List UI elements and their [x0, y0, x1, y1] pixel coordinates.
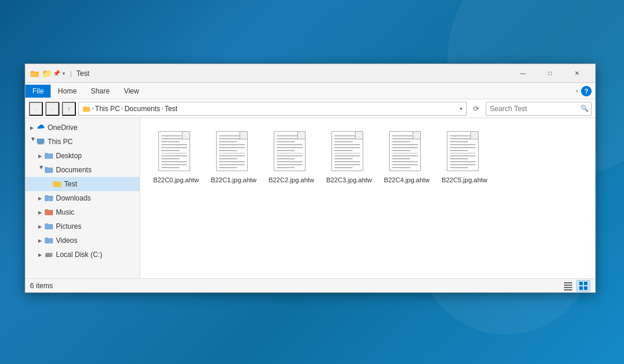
breadcrumb: › This PC › Documents › Test	[82, 105, 457, 113]
svg-rect-18	[45, 209, 48, 211]
file-name-file5: B22C5.jpg.ahtw	[442, 176, 487, 184]
file-icon-file5	[447, 131, 482, 173]
address-dropdown-icon[interactable]: ▾	[460, 106, 463, 112]
svg-point-25	[51, 256, 52, 257]
sidebar-item-desktop[interactable]: ▶ Desktop	[25, 149, 140, 163]
svg-rect-33	[584, 286, 588, 290]
sidebar-item-documents[interactable]: ▶ Documents	[25, 163, 140, 177]
menu-file[interactable]: File	[25, 85, 51, 98]
sidebar: ▶ OneDrive ▶ This PC	[25, 118, 140, 278]
sidebar-label-onedrive: OneDrive	[48, 123, 78, 132]
sidebar-label-local-disk: Local Disk (C:)	[56, 251, 102, 259]
file-icon-file3	[331, 131, 367, 173]
file-icon-file2	[274, 131, 309, 173]
title-separator: |	[70, 70, 72, 77]
back-button[interactable]: ‹	[29, 102, 43, 116]
documents-folder-icon	[44, 165, 54, 175]
file-icon-file0	[158, 131, 194, 173]
qa-folder-icon: 📁	[42, 69, 52, 78]
file-name-file3: B22C3.jpg.ahtw	[326, 176, 372, 184]
window-icon	[30, 69, 39, 78]
breadcrumb-sep-3: ›	[161, 105, 163, 112]
svg-rect-3	[83, 107, 90, 112]
expand-arrow-documents: ▶	[36, 166, 44, 174]
svg-rect-32	[579, 286, 583, 290]
expand-arrow-pictures: ▶	[36, 222, 44, 231]
file-item-file2[interactable]: B22C2.jpg.ahtw	[265, 128, 318, 188]
expand-arrow-desktop: ▶	[36, 152, 44, 160]
file-item-file0[interactable]: B22C0.jpg.ahtw	[150, 128, 203, 188]
file-name-file0: B22C0.jpg.ahtw	[153, 176, 199, 184]
search-input[interactable]	[490, 105, 578, 113]
onedrive-icon	[36, 123, 45, 132]
close-button[interactable]: ✕	[563, 64, 590, 83]
svg-rect-20	[45, 223, 48, 225]
svg-rect-9	[45, 153, 48, 155]
minimize-button[interactable]: —	[509, 64, 536, 83]
sidebar-label-music: Music	[56, 208, 74, 216]
svg-rect-31	[584, 282, 588, 285]
view-buttons	[561, 280, 590, 292]
forward-button[interactable]: ›	[45, 102, 59, 116]
menu-view[interactable]: View	[117, 85, 146, 98]
menu-home[interactable]: Home	[51, 85, 84, 98]
svg-text:↓: ↓	[48, 197, 50, 201]
expand-arrow-music: ▶	[36, 208, 44, 216]
address-bar[interactable]: › This PC › Documents › Test ▾	[78, 102, 467, 116]
svg-rect-30	[579, 282, 583, 285]
svg-rect-7	[38, 144, 44, 145]
sidebar-label-downloads: Downloads	[56, 194, 91, 202]
file-item-file1[interactable]: B22C1.jpg.ahtw	[207, 128, 260, 188]
music-folder-icon	[44, 208, 54, 217]
svg-rect-13	[53, 181, 57, 183]
svg-rect-5	[37, 139, 44, 143]
up-button[interactable]: ↑	[62, 102, 76, 116]
expand-arrow-local-disk: ▶	[36, 251, 44, 259]
sidebar-item-videos[interactable]: ▶ Videos	[25, 233, 140, 248]
breadcrumb-documents[interactable]: Documents	[124, 105, 160, 113]
sidebar-label-desktop: Desktop	[56, 152, 82, 160]
title-bar: 📁 📌 ▾ | Test — □ ✕	[25, 64, 595, 83]
sidebar-item-this-pc[interactable]: ▶ This PC	[25, 135, 140, 149]
menu-expand-icon: ▾	[576, 88, 579, 94]
sidebar-label-test: Test	[64, 180, 77, 188]
large-icons-view-button[interactable]	[576, 280, 590, 292]
breadcrumb-this-pc[interactable]: This PC	[95, 105, 120, 113]
sidebar-item-downloads[interactable]: ▶ ↓ Downloads	[25, 191, 140, 205]
sidebar-label-videos: Videos	[56, 236, 77, 245]
svg-rect-27	[564, 285, 572, 286]
file-item-file3[interactable]: B22C3.jpg.ahtw	[323, 128, 376, 188]
help-button[interactable]: ?	[581, 86, 592, 96]
breadcrumb-sep-1: ›	[92, 105, 94, 112]
maximize-button[interactable]: □	[536, 64, 563, 83]
explorer-window: 📁 📌 ▾ | Test — □ ✕ File Home Share View …	[25, 64, 596, 293]
sidebar-item-local-disk[interactable]: ▶ Local Disk (C:)	[25, 248, 140, 262]
address-folder-icon	[82, 105, 91, 113]
expand-arrow-videos: ▶	[36, 236, 44, 245]
svg-rect-29	[564, 289, 572, 290]
svg-rect-22	[45, 238, 48, 239]
menu-bar: File Home Share View ▾ ?	[25, 83, 595, 99]
status-item-count: 6 items	[30, 282, 561, 290]
search-icon: 🔍	[580, 105, 589, 112]
refresh-button[interactable]: ⟳	[469, 102, 483, 116]
menu-share[interactable]: Share	[84, 85, 117, 98]
qa-dropdown-icon: ▾	[62, 71, 65, 76]
desktop-folder-icon	[44, 151, 54, 161]
status-bar: 6 items	[25, 278, 595, 292]
details-view-button[interactable]	[561, 280, 575, 292]
sidebar-item-music[interactable]: ▶ Music	[25, 205, 140, 219]
downloads-folder-icon: ↓	[44, 193, 54, 203]
sidebar-item-pictures[interactable]: ▶ Pictures	[25, 219, 140, 233]
expand-arrow-onedrive: ▶	[28, 123, 36, 132]
breadcrumb-test[interactable]: Test	[164, 105, 177, 113]
window-title: Test	[77, 69, 509, 78]
file-item-file5[interactable]: B22C5.jpg.ahtw	[438, 128, 491, 188]
content-area: ▶ OneDrive ▶ This PC	[25, 118, 595, 278]
file-item-file4[interactable]: B22C4.jpg.ahtw	[380, 128, 433, 188]
svg-rect-26	[564, 282, 572, 283]
sidebar-item-test[interactable]: ▶ Test	[25, 177, 140, 191]
search-box[interactable]: 🔍	[486, 102, 592, 116]
breadcrumb-sep-2: ›	[121, 105, 123, 112]
sidebar-item-onedrive[interactable]: ▶ OneDrive	[25, 121, 140, 135]
